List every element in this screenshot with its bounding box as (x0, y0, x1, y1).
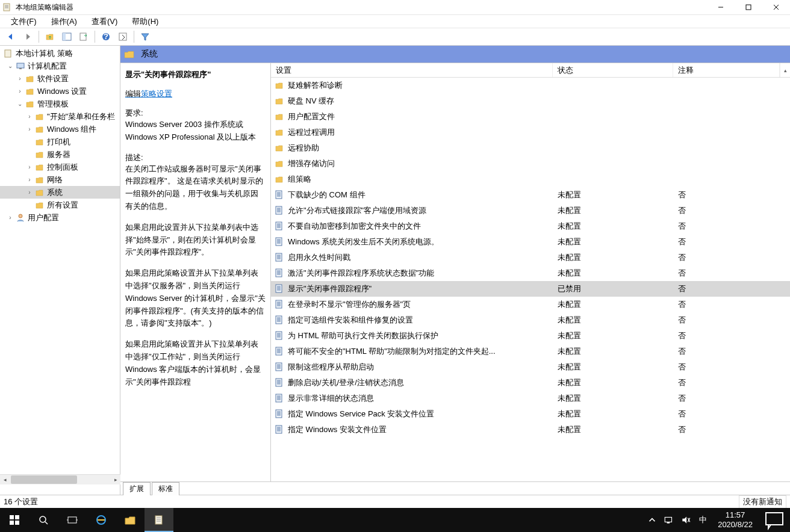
list-policy-row[interactable]: 指定可选组件安装和组件修复的设置未配置否 (271, 312, 790, 328)
list-policy-row[interactable]: 显示非常详细的状态消息未配置否 (271, 391, 790, 406)
taskbar-explorer[interactable] (116, 508, 145, 532)
folder-icon (35, 175, 45, 185)
tray-network-icon[interactable] (664, 515, 674, 525)
tree-printers[interactable]: 打印机 (0, 135, 120, 148)
menu-file[interactable]: 文件(F) (4, 15, 44, 28)
tree-start-menu[interactable]: › "开始"菜单和任务栏 (0, 110, 120, 123)
folder-label: 疑难解答和诊断 (288, 80, 343, 91)
expander-icon[interactable]: › (16, 87, 24, 96)
expander-icon[interactable]: ⌄ (6, 62, 14, 70)
edit-policy-link[interactable]: 编辑策略设置 (125, 88, 266, 99)
tree-hscroll[interactable]: ◂ ▸ (0, 474, 120, 484)
list-folder-row[interactable]: 用户配置文件 (271, 109, 790, 125)
help-button[interactable]: ? (99, 29, 113, 44)
list-policy-row[interactable]: 不要自动加密移到加密文件夹中的文件未配置否 (271, 218, 790, 234)
close-button[interactable] (762, 0, 790, 14)
list-folder-row[interactable]: 组策略 (271, 172, 790, 187)
tree-control-panel[interactable]: › 控制面板 (0, 161, 120, 173)
tree-computer-config[interactable]: ⌄ 计算机配置 (0, 60, 120, 72)
tray-chevron-icon[interactable] (647, 515, 658, 525)
tray-volume-icon[interactable] (680, 515, 691, 525)
tray-clock[interactable]: 11:57 2020/8/22 (714, 510, 756, 529)
list-policy-row[interactable]: 允许"分布式链接跟踪"客户端使用域资源未配置否 (271, 203, 790, 218)
column-setting[interactable]: 设置 (271, 63, 553, 77)
tree-network[interactable]: › 网络 (0, 173, 120, 186)
taskbar-gpedit[interactable] (145, 508, 173, 532)
tree-admin-templates[interactable]: ⌄ 管理模板 (0, 97, 120, 110)
menu-help[interactable]: 帮助(H) (125, 15, 166, 28)
separator (39, 31, 39, 43)
task-view-button[interactable] (58, 508, 87, 532)
description-text: 在关闭工作站或服务器时可显示"关闭事件跟踪程序"。 这是在请求关机时显示的一组额… (125, 163, 266, 213)
column-comment[interactable]: 注释 (673, 63, 780, 77)
forward-button[interactable] (20, 29, 35, 44)
list-policy-row[interactable]: 删除启动/关机/登录/注销状态消息未配置否 (271, 375, 790, 391)
tree-system[interactable]: › 系统 (0, 186, 120, 199)
expander-icon[interactable]: › (6, 214, 14, 222)
folder-icon (275, 128, 284, 137)
expander-icon[interactable]: ⌄ (16, 100, 24, 108)
scroll-right-button[interactable]: ▸ (111, 475, 120, 484)
selected-policy-title: 显示"关闭事件跟踪程序" (125, 69, 266, 80)
tray-ime[interactable]: 中 (697, 515, 708, 525)
folder-icon (25, 74, 35, 84)
expander-icon[interactable]: › (25, 188, 34, 197)
scroll-thumb[interactable] (11, 475, 77, 484)
menu-action[interactable]: 操作(A) (44, 15, 84, 28)
show-hide-tree-button[interactable] (60, 29, 74, 44)
list-policy-row[interactable]: 指定 Windows Service Pack 安装文件位置未配置否 (271, 406, 790, 422)
policy-icon (275, 409, 284, 419)
folder-icon (25, 87, 35, 96)
list-policy-row[interactable]: 为 HTML 帮助可执行文件关闭数据执行保护未配置否 (271, 328, 790, 344)
maximize-button[interactable] (735, 0, 762, 14)
tab-extended[interactable]: 扩展 (123, 482, 151, 495)
tree-windows-settings[interactable]: › Windows 设置 (0, 85, 120, 97)
list-folder-row[interactable]: 硬盘 NV 缓存 (271, 93, 790, 109)
export-button[interactable] (76, 29, 91, 44)
policy-icon (275, 190, 284, 200)
start-button[interactable] (0, 508, 29, 532)
properties-button[interactable] (116, 29, 130, 44)
search-button[interactable] (29, 508, 58, 532)
policy-comment: 否 (673, 283, 790, 294)
expander-icon[interactable]: › (25, 125, 34, 134)
list-policy-row[interactable]: 启用永久性时间戳未配置否 (271, 250, 790, 265)
minimize-button[interactable] (707, 0, 735, 14)
list-folder-row[interactable]: 远程过程调用 (271, 125, 790, 140)
scroll-up-button[interactable]: ▴ (780, 63, 790, 77)
policy-state: 未配置 (553, 424, 673, 435)
expander-icon[interactable]: › (25, 176, 34, 184)
list-folder-row[interactable]: 远程协助 (271, 140, 790, 156)
folder-label: 用户配置文件 (288, 111, 335, 122)
expander-icon[interactable]: › (16, 75, 24, 83)
expander-icon[interactable]: › (25, 113, 34, 121)
list-policy-row[interactable]: Windows 系统关闭发生后不关闭系统电源。未配置否 (271, 234, 790, 250)
menu-view[interactable]: 查看(V) (84, 15, 125, 28)
list-policy-row[interactable]: 指定 Windows 安装文件位置未配置否 (271, 422, 790, 438)
scroll-left-button[interactable]: ◂ (0, 475, 10, 484)
column-state[interactable]: 状态 (553, 63, 673, 77)
up-button[interactable] (43, 29, 57, 44)
list-policy-row[interactable]: 在登录时不显示"管理你的服务器"页未配置否 (271, 297, 790, 312)
list-folder-row[interactable]: 增强存储访问 (271, 156, 790, 172)
list-policy-row[interactable]: 下载缺少的 COM 组件未配置否 (271, 187, 790, 203)
list-policy-row[interactable]: 激活"关闭事件跟踪程序系统状态数据"功能未配置否 (271, 265, 790, 281)
policy-icon (275, 394, 284, 403)
tree-software-settings[interactable]: › 软件设置 (0, 72, 120, 85)
list-policy-row[interactable]: 显示"关闭事件跟踪程序"已禁用否 (271, 281, 790, 297)
tab-standard[interactable]: 标准 (152, 482, 179, 495)
tree-all-settings[interactable]: 所有设置 (0, 199, 120, 211)
expander-icon[interactable]: › (25, 163, 34, 172)
list-policy-row[interactable]: 将可能不安全的"HTML 帮助"功能限制为对指定的文件夹起...未配置否 (271, 344, 790, 359)
tree-server[interactable]: 服务器 (0, 148, 120, 161)
list-folder-row[interactable]: 疑难解答和诊断 (271, 78, 790, 93)
list-policy-row[interactable]: 限制这些程序从帮助启动未配置否 (271, 359, 790, 375)
tree-root[interactable]: 本地计算机 策略 (0, 47, 120, 60)
tree-windows-components[interactable]: › Windows 组件 (0, 123, 120, 135)
back-button[interactable] (4, 29, 18, 44)
filter-button[interactable] (138, 29, 152, 44)
action-center-button[interactable] (762, 508, 786, 532)
tree-user-config[interactable]: › 用户配置 (0, 211, 120, 224)
taskbar-ie[interactable] (87, 508, 116, 532)
description-text: 如果启用此设置并从下拉菜单列表中选择"始终显示"，则在闭关计算机时会显示"关闭事… (125, 221, 266, 259)
